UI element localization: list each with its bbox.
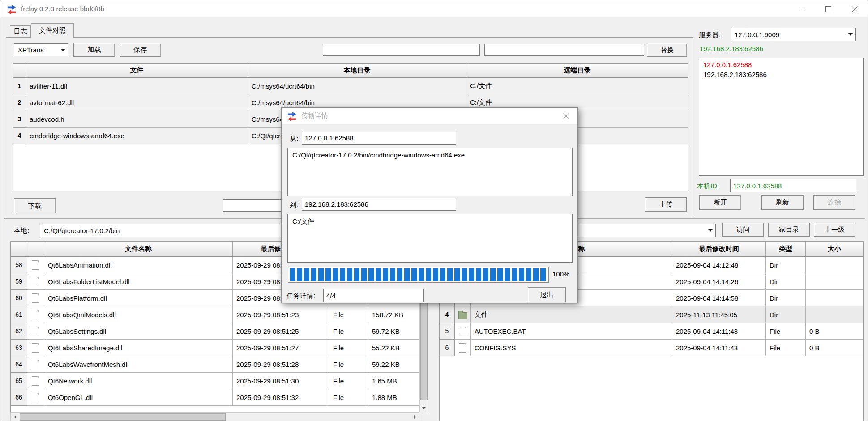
- header-remote-dir[interactable]: 远端目录: [466, 64, 688, 78]
- chevron-down-icon[interactable]: [846, 28, 855, 41]
- tab-log[interactable]: 日志: [10, 25, 31, 37]
- scroll-right-button[interactable]: [411, 413, 419, 421]
- minimize-button[interactable]: [789, 0, 815, 17]
- horizontal-scrollbar[interactable]: [10, 412, 419, 421]
- table-row[interactable]: 66 Qt6OpenGL.dll 2025-09-29 08:51:32 Fil…: [11, 389, 419, 406]
- scroll-thumb[interactable]: [20, 413, 226, 421]
- cell-modified: 2025-09-29 08:51:23: [233, 306, 329, 323]
- task-input[interactable]: [323, 289, 424, 302]
- cell-modified: 2025-09-29 08:51:28: [233, 356, 329, 373]
- dialog-close-button[interactable]: [555, 108, 577, 124]
- cell-modified: 2025-09-04 14:14:26: [672, 273, 766, 290]
- file-icon: [32, 343, 39, 353]
- table-row[interactable]: 5 AUTOEXEC.BAT 2025-09-04 14:11:43 File …: [440, 323, 863, 340]
- table-row[interactable]: 62 Qt6LabsSettings.dll 2025-09-29 08:51:…: [11, 323, 419, 340]
- connected-peer: 192.168.2.183:62586: [700, 45, 763, 52]
- visit-button[interactable]: 访问: [722, 223, 764, 237]
- local-id-input[interactable]: [730, 179, 856, 192]
- table-row[interactable]: 63 Qt6LabsSharedImage.dll 2025-09-29 08:…: [11, 340, 419, 356]
- server-select-value: 127.0.0.1:9009: [731, 31, 846, 38]
- up-button[interactable]: 上一级: [814, 223, 855, 237]
- file-icon-cell: [27, 340, 44, 356]
- cell-name: Qt6LabsFolderListModel.dll: [44, 273, 233, 290]
- row-number: 63: [11, 340, 27, 356]
- transfer-dialog: 传输详情 从: C:/Qt/qtcreator-17.0.2/bin/cmdbr…: [281, 107, 578, 303]
- cell-type: File: [329, 373, 368, 389]
- exit-button[interactable]: 退出: [528, 287, 566, 302]
- home-button[interactable]: 家目录: [768, 223, 810, 237]
- peer-item[interactable]: 127.0.0.1:62588: [703, 60, 859, 70]
- row-number: 59: [11, 273, 27, 290]
- from-path-box[interactable]: C:/Qt/qtcreator-17.0.2/bin/cmdbridge-win…: [287, 148, 573, 196]
- progress-fill: [290, 268, 547, 281]
- disconnect-button[interactable]: 断开: [699, 195, 741, 210]
- cell-type: File: [329, 389, 368, 406]
- chevron-down-icon[interactable]: [706, 224, 715, 237]
- table-row[interactable]: 64 Qt6LabsWavefrontMesh.dll 2025-09-29 0…: [11, 356, 419, 373]
- header-modified[interactable]: 最后修改时间: [672, 242, 766, 257]
- peer-list[interactable]: 127.0.0.1:62588192.168.2.183:62586: [699, 58, 864, 176]
- cell-modified: 2025-09-04 14:11:43: [672, 340, 766, 356]
- refresh-button[interactable]: 刷新: [761, 195, 804, 210]
- cell-modified: 2025-09-29 08:51:30: [233, 373, 329, 389]
- table-row[interactable]: 4 文件 2025-11-13 11:45:05 Dir: [440, 306, 863, 323]
- corner-header: [11, 242, 27, 257]
- maximize-button[interactable]: [815, 0, 841, 17]
- file-icon-cell: [27, 290, 44, 306]
- cell-type: Dir: [766, 306, 806, 323]
- replace-input[interactable]: [484, 44, 644, 56]
- cell-remote-dir: C:/文件: [466, 78, 688, 94]
- cell-local-dir: C:/msys64/ucrt64/bin: [248, 78, 466, 94]
- local-id-label: 本机ID:: [697, 181, 719, 191]
- cell-type: Dir: [766, 273, 806, 290]
- row-number: 3: [13, 111, 26, 128]
- row-number: 4: [440, 306, 455, 323]
- close-button[interactable]: [841, 0, 868, 17]
- to-input[interactable]: [302, 198, 456, 211]
- progress-bar: [288, 267, 549, 283]
- file-icon: [32, 393, 39, 402]
- table-row[interactable]: 6 CONFIG.SYS 2025-09-04 14:11:43 File 0 …: [440, 340, 863, 356]
- header-type[interactable]: 类型: [766, 242, 806, 257]
- peer-list-body: 127.0.0.1:62588192.168.2.183:62586: [703, 60, 859, 80]
- upload-button[interactable]: 上传: [645, 197, 687, 212]
- save-button[interactable]: 保存: [120, 43, 161, 57]
- tab-file-compare[interactable]: 文件对照: [31, 23, 74, 38]
- table-row[interactable]: 61 Qt6LabsQmlModels.dll 2025-09-29 08:51…: [11, 306, 419, 323]
- server-label: 服务器:: [699, 30, 721, 40]
- header-local-dir[interactable]: 本地目录: [248, 64, 466, 78]
- find-input[interactable]: [323, 44, 480, 56]
- scroll-down-button[interactable]: [420, 404, 428, 412]
- cell-size: 158.72 KB: [368, 306, 419, 323]
- cell-file: cmdbridge-windows-amd64.exe: [26, 128, 248, 144]
- peer-item[interactable]: 192.168.2.183:62586: [703, 70, 859, 80]
- to-path-box[interactable]: C:/文件: [287, 214, 573, 263]
- download-button[interactable]: 下载: [14, 198, 56, 213]
- cell-name: Qt6LabsSharedImage.dll: [44, 340, 233, 356]
- row-number: 60: [11, 290, 27, 306]
- row-number: 64: [11, 356, 27, 373]
- chevron-down-icon[interactable]: [58, 44, 68, 56]
- replace-button[interactable]: 替换: [647, 43, 687, 57]
- file-icon-cell: [455, 306, 471, 323]
- window-title: frelay 0.2.3 release bbd0f8b: [21, 5, 104, 13]
- mapping-row[interactable]: 1 avfilter-11.dll C:/msys64/ucrt64/bin C…: [13, 78, 688, 94]
- cell-type: File: [766, 323, 806, 340]
- table-row[interactable]: 65 Qt6Network.dll 2025-09-29 08:51:30 Fi…: [11, 373, 419, 389]
- cell-modified: 2025-09-04 14:12:48: [672, 257, 766, 273]
- preset-select[interactable]: XPTrans: [14, 43, 68, 56]
- header-size[interactable]: 大小: [806, 242, 863, 257]
- load-button[interactable]: 加载: [73, 43, 115, 57]
- cell-name: Qt6Network.dll: [44, 373, 233, 389]
- connect-button[interactable]: 连接: [813, 195, 855, 210]
- cell-modified: 2025-09-29 08:51:25: [233, 323, 329, 340]
- cell-file: avformat-62.dll: [26, 94, 248, 111]
- cell-type: File: [329, 306, 368, 323]
- server-select[interactable]: 127.0.0.1:9009: [731, 28, 856, 41]
- scroll-left-button[interactable]: [11, 413, 19, 421]
- cell-file: avfilter-11.dll: [26, 78, 248, 94]
- cell-name: Qt6LabsQmlModels.dll: [44, 306, 233, 323]
- header-file[interactable]: 文件: [26, 64, 248, 78]
- header-file-name[interactable]: 文件名称: [44, 242, 233, 257]
- from-input[interactable]: [302, 132, 456, 145]
